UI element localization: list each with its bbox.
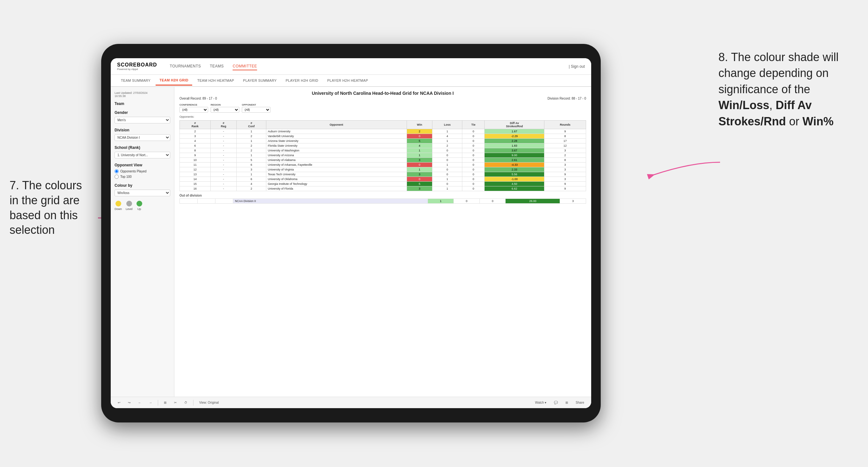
legend-level-dot — [126, 201, 132, 207]
table-row: 16 - 2 University of Florida 3 1 0 6.62 … — [180, 186, 586, 191]
table-row: 2 - 1 Auburn University 2 1 0 1.67 9 — [180, 129, 586, 134]
cell-reg: - — [210, 129, 237, 134]
cell-loss: 4 — [432, 134, 462, 139]
sidebar-gender-section: Gender Men's — [115, 111, 170, 123]
tab-player-h2h-heatmap[interactable]: PLAYER H2H HEATMAP — [323, 76, 372, 85]
cell-tie: 0 — [462, 153, 485, 158]
out-division-row: NCAA Division II 1 0 0 26.00 3 — [180, 199, 586, 204]
cell-tie: 0 — [462, 148, 485, 153]
back-button[interactable]: ← — [136, 400, 143, 405]
cell-opponent: University of Virginia — [266, 167, 407, 172]
grid-area: University of North Carolina Head-to-Hea… — [174, 87, 591, 397]
cell-diff: 1.83 — [485, 144, 545, 148]
col-win: Win — [407, 121, 432, 129]
sidebar-school-label: School (Rank) — [115, 145, 170, 150]
redo-button[interactable]: ↪ — [126, 400, 132, 405]
sub-nav: TEAM SUMMARY TEAM H2H GRID TEAM H2H HEAT… — [111, 75, 591, 87]
comment-button[interactable]: 💬 — [552, 400, 560, 405]
grid-records: Overall Record: 89 - 17 - 0 Division Rec… — [180, 97, 586, 100]
cell-win: 0 — [407, 134, 432, 139]
cell-win: 0 — [407, 177, 432, 182]
share-button[interactable]: Share — [574, 400, 586, 405]
tools-button[interactable]: ⊞ — [162, 400, 168, 405]
cell-rank: 4 — [180, 139, 211, 144]
cell-reg: - — [210, 182, 237, 186]
radio-group: Opponents Played Top 100 — [115, 169, 170, 179]
right-arrow-icon — [634, 156, 723, 181]
cell-conf: 1 — [237, 129, 266, 134]
filter-conference: Conference (All) — [180, 103, 208, 113]
cell-tie: 0 — [479, 199, 505, 204]
tab-player-h2h-grid[interactable]: PLAYER H2H GRID — [282, 76, 322, 85]
cell-tie: 0 — [462, 182, 485, 186]
tab-team-h2h-grid[interactable]: TEAM H2H GRID — [156, 76, 192, 86]
table-row: 6 - 2 Florida State University 4 2 0 1.8… — [180, 144, 586, 148]
nav-tournaments[interactable]: TOURNAMENTS — [170, 63, 201, 70]
legend-up: Up — [136, 201, 142, 211]
tab-player-summary[interactable]: PLAYER SUMMARY — [239, 76, 281, 85]
grid-view-button[interactable]: ⊞ — [563, 400, 570, 405]
cell-win: 3 — [407, 186, 432, 191]
cell-diff: 2.28 — [485, 139, 545, 144]
school-select[interactable]: 1. University of Nort... — [115, 152, 170, 158]
cell-conf — [215, 199, 233, 204]
tab-team-summary[interactable]: TEAM SUMMARY — [117, 76, 154, 85]
col-rounds: Rounds — [545, 121, 586, 129]
cell-reg — [197, 199, 215, 204]
radio-top100[interactable]: Top 100 — [115, 175, 170, 179]
cell-win: 1 — [407, 148, 432, 153]
view-button[interactable]: View: Original — [197, 400, 221, 405]
nav-teams[interactable]: TEAMS — [210, 63, 224, 70]
cell-rank: 15 — [180, 182, 211, 186]
col-opponent: Opponent — [266, 121, 407, 129]
forward-button[interactable]: → — [147, 400, 154, 405]
cell-reg: - — [210, 177, 237, 182]
division-select[interactable]: NCAA Division I — [115, 134, 170, 141]
crop-button[interactable]: ✂ — [172, 400, 179, 405]
cell-conf: 5 — [237, 158, 266, 162]
undo-button[interactable]: ↩ — [116, 400, 122, 405]
cell-opponent: NCAA Division II — [233, 199, 428, 204]
cell-rank: 9 — [180, 153, 211, 158]
cell-tie: 0 — [462, 177, 485, 182]
cell-rounds: 3 — [545, 162, 586, 167]
cell-opponent: University of Arkansas, Fayetteville — [266, 162, 407, 167]
cell-tie: 0 — [462, 134, 485, 139]
cell-opponent: Auburn University — [266, 129, 407, 134]
cell-diff: 9.00 — [485, 153, 545, 158]
cell-diff: -4.33 — [485, 162, 545, 167]
cell-conf: 2 — [237, 144, 266, 148]
watch-button[interactable]: Watch ▾ — [533, 400, 549, 405]
table-row: 12 - 3 University of Virginia 1 0 0 2.33… — [180, 167, 586, 172]
cell-rank: 16 — [180, 186, 211, 191]
colour-by-select[interactable]: Win/loss — [115, 190, 170, 196]
time-button[interactable]: ⏱ — [182, 400, 189, 405]
toolbar-divider1 — [158, 400, 158, 406]
cell-loss: 0 — [432, 158, 462, 162]
nav-committee[interactable]: COMMITTEE — [232, 63, 257, 70]
sidebar: Last Updated: 27/03/2024 16:55:38 Team G… — [111, 87, 174, 397]
cell-opponent: University of Alabama — [266, 158, 407, 162]
cell-win: 3 — [407, 172, 432, 177]
annotation-left: 7. The colours in the grid are based on … — [9, 178, 92, 238]
cell-win: 0 — [407, 162, 432, 167]
opponent-select[interactable]: (All) — [242, 107, 271, 113]
out-division-table: NCAA Division II 1 0 0 26.00 3 — [180, 198, 586, 204]
out-division-label: Out of division — [180, 194, 586, 197]
cell-rank: 10 — [180, 158, 211, 162]
sign-out-link[interactable]: | Sign out — [569, 64, 585, 69]
cell-opponent: University of Arizona — [266, 153, 407, 158]
tab-team-h2h-heatmap[interactable]: TEAM H2H HEATMAP — [193, 76, 238, 85]
radio-opponents-played[interactable]: Opponents Played — [115, 169, 170, 174]
conference-select[interactable]: (All) — [180, 107, 208, 113]
cell-loss: 1 — [432, 139, 462, 144]
cell-opponent: Texas Tech University — [266, 172, 407, 177]
data-table: #Rank #Reg #Conf Opponent Win Loss Tie D… — [180, 120, 586, 191]
region-select[interactable]: (All) — [211, 107, 239, 113]
cell-reg: - — [210, 186, 237, 191]
gender-select[interactable]: Men's — [115, 117, 170, 123]
cell-reg: - — [210, 134, 237, 139]
cell-rounds: 9 — [545, 186, 586, 191]
cell-rank — [180, 199, 197, 204]
grid-title: University of North Carolina Head-to-Hea… — [180, 91, 586, 96]
